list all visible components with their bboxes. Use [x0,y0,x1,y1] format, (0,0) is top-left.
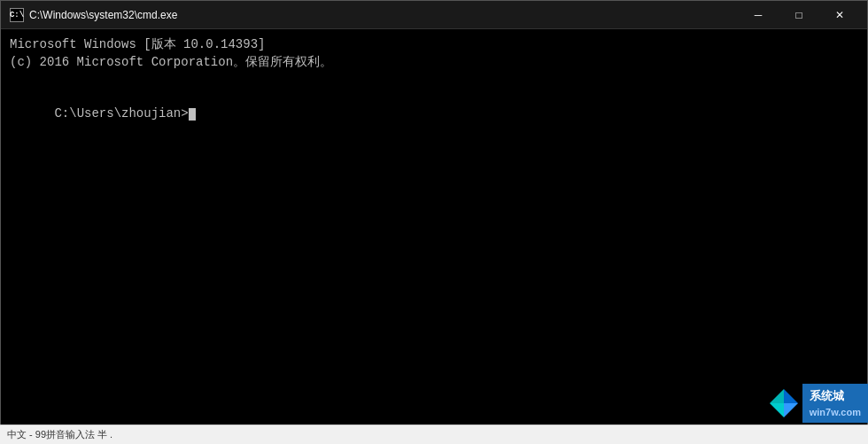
app-icon: C:\ [10,8,24,22]
svg-marker-3 [784,403,798,417]
window-title: C:\Windows\system32\cmd.exe [29,9,177,21]
terminal-line-2: (c) 2016 Microsoft Corporation。保留所有权利。 [10,54,858,72]
svg-marker-0 [770,389,784,403]
watermark-text-block: 系统城 win7w.com [802,384,868,423]
terminal-line-1: Microsoft Windows [版本 10.0.14393] [10,36,858,54]
watermark: 系统城 win7w.com [765,384,868,423]
titlebar-left: C:\ C:\Windows\system32\cmd.exe [10,8,177,22]
terminal-body[interactable]: Microsoft Windows [版本 10.0.14393] (c) 20… [1,29,867,425]
watermark-logo: 系统城 win7w.com [765,384,868,423]
minimize-button[interactable]: ─ [738,1,779,29]
taskbar-left: 中文 - 99拼音输入法 半 . [7,428,112,441]
site-name: 系统城 [810,387,861,405]
prompt-text: C:\Users\zhoujian> [54,106,188,121]
cmd-window: C:\ C:\Windows\system32\cmd.exe ─ □ ✕ Mi… [0,0,868,425]
terminal-line-3 [10,71,858,89]
svg-marker-2 [770,403,784,417]
close-button[interactable]: ✕ [819,1,860,29]
maximize-button[interactable]: □ [779,1,819,29]
titlebar: C:\ C:\Windows\system32\cmd.exe ─ □ ✕ [1,1,867,29]
terminal-prompt: C:\Users\zhoujian> [10,89,858,141]
ime-status: 中文 - 99拼音输入法 半 . [7,428,112,441]
titlebar-controls: ─ □ ✕ [738,1,860,29]
taskbar: 中文 - 99拼音输入法 半 . [0,425,868,444]
site-url: win7w.com [810,405,861,420]
cmd-icon: C:\ [10,8,24,22]
svg-marker-1 [784,389,798,403]
cursor [189,108,196,121]
diamond-icon [765,385,802,422]
